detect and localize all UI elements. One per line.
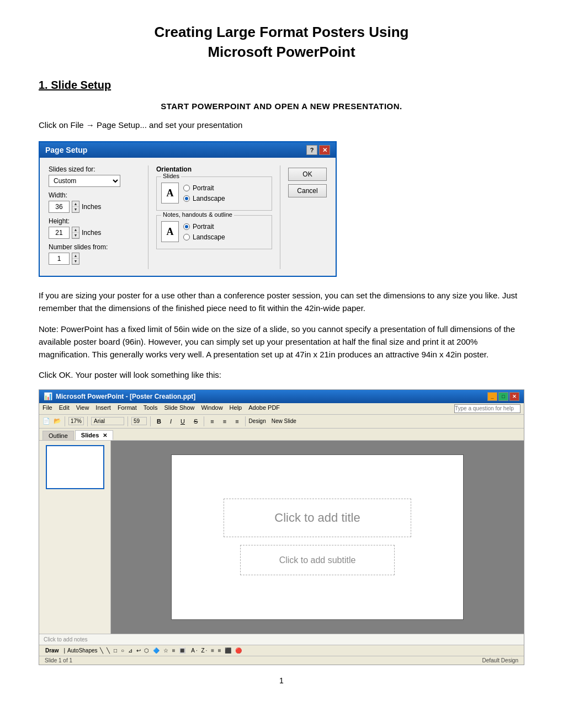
- notes-portrait-label: Portrait: [193, 223, 214, 231]
- slide-title-placeholder[interactable]: Click to add title: [224, 499, 411, 537]
- draw-sep: |: [63, 647, 65, 654]
- menu-tools[interactable]: Tools: [144, 404, 158, 413]
- notes-group-label: Notes, handouts & outline: [161, 211, 234, 218]
- menu-window[interactable]: Window: [201, 404, 222, 413]
- slides-group-label: Slides: [161, 173, 181, 179]
- page-setup-dialog: Page Setup ? ✕ Slides sized for: Custom …: [39, 141, 337, 277]
- portrait-radio-row[interactable]: Portrait: [183, 184, 225, 192]
- toolbar-sep6: [245, 416, 246, 426]
- ppt-titlebar: 📊 Microsoft PowerPoint - [Poster Creatio…: [39, 390, 524, 403]
- ppt-title-buttons: _ □ ✕: [487, 392, 519, 401]
- menu-adobe[interactable]: Adobe PDF: [248, 404, 280, 413]
- slides-radio-options: Portrait Landscape: [183, 184, 225, 202]
- slides-sized-select[interactable]: Custom: [49, 175, 120, 187]
- notes-portrait-radio[interactable]: [183, 223, 190, 230]
- notes-placeholder: Click to add notes: [44, 636, 88, 643]
- notes-portrait-radio-row[interactable]: Portrait: [183, 223, 225, 231]
- ppt-menubar: File Edit View Insert Format Tools Slide…: [39, 403, 524, 415]
- num-slides-up[interactable]: ▲: [72, 253, 79, 259]
- page-title: Creating Large Format Posters Using Micr…: [39, 22, 524, 62]
- num-slides-spinner[interactable]: ▲ ▼: [72, 253, 79, 265]
- ppt-minimize-button[interactable]: _: [487, 392, 497, 401]
- width-up[interactable]: ▲: [72, 201, 79, 207]
- num-slides-label: Number slides from:: [49, 243, 140, 251]
- center-instruction: START POWERPOINT AND OPEN A NEW PRESENTA…: [39, 101, 524, 111]
- new-slide-label[interactable]: New Slide: [272, 418, 296, 424]
- ok-button[interactable]: OK: [288, 168, 327, 181]
- para2: Note: PowerPoint has a fixed limit of 56…: [39, 323, 524, 361]
- notes-portrait-letter-icon: A: [161, 221, 179, 242]
- draw-tools: ╲ ╲ □ ○ ⊿ ↩ ⬡ 🔷 ☆ ≡ 🔳: [100, 647, 187, 654]
- menu-edit[interactable]: Edit: [59, 404, 70, 413]
- menu-view[interactable]: View: [76, 404, 89, 413]
- menu-slideshow[interactable]: Slide Show: [164, 404, 194, 413]
- dialog-right-col: OK Cancel: [280, 165, 327, 269]
- dialog-help-button[interactable]: ?: [306, 145, 317, 155]
- toolbar-icon-open[interactable]: 📂: [54, 417, 61, 425]
- notes-landscape-radio[interactable]: [183, 234, 190, 240]
- ppt-notes-area[interactable]: Click to add notes: [39, 634, 524, 645]
- ppt-slide[interactable]: Click to add title Click to add subtitle: [171, 454, 464, 620]
- slide-thumbnail[interactable]: [46, 445, 104, 489]
- orientation-label: Orientation: [156, 165, 272, 173]
- align-right-button[interactable]: ≡: [232, 417, 241, 426]
- width-row: ▲ ▼ Inches: [49, 201, 140, 213]
- dialog-wrapper: Page Setup ? ✕ Slides sized for: Custom …: [39, 141, 524, 277]
- landscape-radio-row[interactable]: Landscape: [183, 195, 225, 202]
- cancel-button[interactable]: Cancel: [288, 184, 327, 197]
- menu-help[interactable]: Help: [230, 404, 242, 413]
- tab-outline[interactable]: Outline: [43, 431, 74, 440]
- para3: Click OK. Your poster will look somethin…: [39, 368, 524, 381]
- ppt-tabs: Outline Slides ✕: [39, 429, 524, 441]
- height-row: ▲ ▼ Inches: [49, 227, 140, 239]
- help-search-input[interactable]: [454, 404, 520, 413]
- portrait-radio[interactable]: [183, 185, 190, 191]
- draw-more: A· Z· ≡ ≡ ⬛ 🔴: [191, 647, 243, 654]
- tab-slides[interactable]: Slides ✕: [75, 430, 113, 440]
- strikethrough-button[interactable]: S: [191, 417, 200, 426]
- toolbar-icon-new[interactable]: 📄: [43, 417, 50, 425]
- width-input[interactable]: [49, 201, 70, 213]
- ppt-maximize-button[interactable]: □: [498, 392, 508, 401]
- notes-orient-row: A Portrait Landscape: [161, 221, 267, 242]
- help-input-area[interactable]: [454, 404, 520, 413]
- bold-button[interactable]: B: [154, 417, 164, 426]
- dialog-titlebar: Page Setup ? ✕: [40, 142, 336, 158]
- underline-button[interactable]: U: [178, 417, 188, 426]
- section-heading: 1. Slide Setup: [39, 79, 524, 92]
- notes-radio-options: Portrait Landscape: [183, 223, 225, 241]
- click-instruction: Click on File → Page Setup... and set yo…: [39, 119, 524, 131]
- num-slides-input[interactable]: [49, 253, 70, 265]
- slides-orientation-group: Slides A Portrait Landscape: [156, 176, 272, 211]
- landscape-radio[interactable]: [183, 195, 190, 202]
- num-slides-down[interactable]: ▼: [72, 259, 79, 264]
- height-spinner[interactable]: ▲ ▼: [72, 227, 79, 239]
- height-input[interactable]: [49, 227, 70, 239]
- align-center-button[interactable]: ≡: [220, 417, 229, 426]
- design-label[interactable]: Design: [249, 418, 266, 424]
- width-down[interactable]: ▼: [72, 207, 79, 212]
- menu-insert[interactable]: Insert: [95, 404, 111, 413]
- slide-status: Slide 1 of 1: [45, 657, 72, 663]
- num-slides-row: ▲ ▼: [49, 253, 140, 265]
- portrait-letter-icon: A: [161, 183, 179, 204]
- dialog-close-button[interactable]: ✕: [319, 145, 330, 155]
- height-unit: Inches: [82, 229, 101, 237]
- menu-format[interactable]: Format: [118, 404, 137, 413]
- width-label: Width:: [49, 191, 140, 199]
- toolbar-size[interactable]: 59: [131, 417, 147, 425]
- draw-button[interactable]: Draw: [43, 646, 61, 655]
- italic-button[interactable]: I: [167, 417, 174, 426]
- height-down[interactable]: ▼: [72, 233, 79, 238]
- width-spinner[interactable]: ▲ ▼: [72, 201, 79, 213]
- toolbar-font[interactable]: Arial: [91, 417, 124, 425]
- ppt-close-button[interactable]: ✕: [509, 392, 519, 401]
- slide-subtitle-placeholder[interactable]: Click to add subtitle: [240, 545, 395, 575]
- toolbar-zoom[interactable]: 17%: [68, 417, 84, 425]
- notes-landscape-radio-row[interactable]: Landscape: [183, 233, 225, 241]
- height-up[interactable]: ▲: [72, 227, 79, 233]
- autoshapes-button[interactable]: AutoShapes: [67, 647, 98, 654]
- align-left-button[interactable]: ≡: [208, 417, 216, 426]
- tab-close-icon[interactable]: ✕: [103, 432, 107, 438]
- menu-file[interactable]: File: [43, 404, 52, 413]
